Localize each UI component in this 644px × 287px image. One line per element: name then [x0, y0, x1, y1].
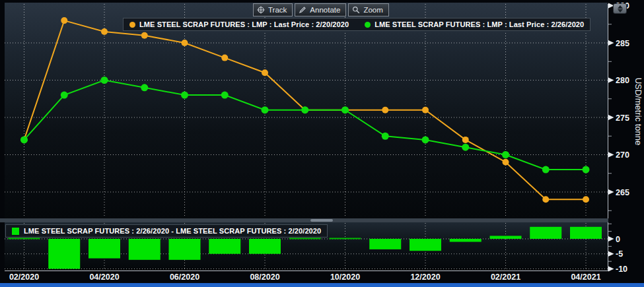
- green-series-point: [301, 106, 308, 113]
- spread-bar: [129, 239, 161, 260]
- y-axis-tick-label: -5: [616, 249, 623, 259]
- spread-bar: [490, 236, 522, 239]
- y-axis-tick-arrow: [608, 251, 614, 257]
- y-axis-tick-label: 275: [616, 113, 629, 123]
- green-series-point: [502, 151, 509, 158]
- green-bar-swatch-icon: [12, 228, 19, 235]
- x-axis-tick-label: 08/2020: [250, 272, 279, 282]
- legend-label: LME STEEL SCRAP FUTURES : LMP : Last Pri…: [139, 20, 349, 28]
- green-series-point: [382, 133, 389, 140]
- main-chart-legend: LME STEEL SCRAP FUTURES : LMP : Last Pri…: [123, 18, 590, 31]
- green-series-point: [221, 92, 229, 99]
- pencil-icon: [299, 6, 306, 14]
- orange-series-point: [182, 40, 188, 46]
- green-series-point: [422, 136, 429, 143]
- y-axis-tick-arrow: [608, 267, 614, 272]
- x-axis-tick-label: 12/2020: [410, 272, 440, 282]
- orange-series-point: [141, 32, 148, 39]
- spread-bar: [450, 239, 482, 242]
- chart-toolbar: Track Annotate Zoom: [253, 3, 389, 16]
- annotate-button-label: Annotate: [310, 6, 340, 14]
- orange-series-point: [542, 196, 549, 203]
- orange-series-dot-icon: [129, 22, 135, 28]
- y-axis-tick-arrow: [608, 115, 614, 120]
- chevron-down-icon: [618, 9, 623, 13]
- chevron-up-icon: [618, 5, 623, 9]
- legend-label: LME STEEL SCRAP FUTURES : LMP : Last Pri…: [375, 20, 584, 28]
- y-axis-tick-arrow: [608, 40, 614, 46]
- spread-bar: [530, 227, 561, 239]
- y-axis-tick-label: 265: [616, 188, 629, 197]
- orange-series-point: [61, 17, 67, 24]
- bottom-window-edge: [0, 283, 644, 287]
- magnifier-icon: [352, 6, 360, 14]
- green-series-point: [262, 106, 269, 113]
- y-axis-tick-label: -10: [616, 265, 627, 274]
- x-axis-tick-label: 04/2020: [89, 272, 119, 282]
- zoom-button-label: Zoom: [363, 6, 382, 14]
- orange-series-point: [382, 107, 388, 113]
- y-axis-tick-label: 280: [616, 76, 629, 85]
- spread-bar: [209, 239, 240, 254]
- spread-panel-legend[interactable]: LME STEEL SCRAP FUTURES : 2/26/2020 - LM…: [5, 224, 328, 238]
- orange-series-point: [583, 196, 589, 203]
- track-crosshair-icon: [257, 6, 265, 14]
- green-series-point: [20, 136, 28, 143]
- y-axis-tick-arrow: [608, 152, 614, 158]
- orange-series-point: [101, 28, 108, 35]
- y-axis-tick-arrow: [608, 236, 614, 241]
- green-series-point: [462, 144, 469, 151]
- orange-series-point: [221, 55, 228, 61]
- y-axis-tick-label: 270: [616, 150, 629, 160]
- zoom-button[interactable]: Zoom: [348, 3, 388, 16]
- orange-series-point: [262, 69, 268, 76]
- spread-bar: [48, 239, 80, 269]
- x-axis-tick-label: 04/2021: [571, 272, 600, 282]
- y-axis-unit-label: USD/metric tonne: [633, 78, 643, 146]
- legend-label: LME STEEL SCRAP FUTURES : 2/26/2020 - LM…: [24, 227, 321, 235]
- track-button-label: Track: [268, 6, 287, 14]
- green-series-point: [542, 166, 550, 174]
- x-axis-tick-label: 02/2020: [9, 272, 39, 282]
- y-axis-tick-arrow: [608, 78, 614, 83]
- x-axis-tick-label: 02/2021: [491, 272, 520, 282]
- chart-window: 2902852802752702650-5-10USD/metric tonne…: [0, 0, 644, 287]
- spread-bar: [410, 239, 441, 251]
- spread-bar: [570, 227, 602, 239]
- y-axis-tick-label: 285: [616, 39, 629, 48]
- green-series-point: [61, 92, 68, 99]
- spread-bar: [369, 239, 401, 249]
- green-series-point: [181, 92, 188, 99]
- green-series-point: [101, 77, 108, 84]
- x-axis-tick-label: 06/2020: [170, 272, 199, 282]
- green-series-dot-icon: [365, 22, 371, 28]
- y-axis-tick-arrow: [608, 189, 614, 195]
- price-chart-canvas[interactable]: 2902852802752702650-5-10USD/metric tonne…: [0, 0, 644, 287]
- orange-series-point: [462, 137, 469, 143]
- x-axis-tick-label: 10/2020: [330, 272, 360, 282]
- annotate-button[interactable]: Annotate: [295, 3, 346, 16]
- orange-series-point: [422, 107, 429, 113]
- panel-divider-handle[interactable]: [310, 219, 333, 222]
- spread-bar: [89, 239, 120, 259]
- green-series-point: [141, 84, 148, 91]
- y-axis-tick-label: 0: [616, 235, 620, 244]
- green-series-point: [583, 166, 590, 174]
- orange-series-point: [503, 159, 509, 166]
- green-series-point: [341, 106, 349, 113]
- spread-bar: [249, 239, 281, 254]
- panel-resize-button[interactable]: [613, 3, 627, 14]
- legend-entry-price-2-20-2020[interactable]: LME STEEL SCRAP FUTURES : LMP : Last Pri…: [129, 20, 349, 28]
- track-button[interactable]: Track: [253, 3, 293, 16]
- legend-entry-price-2-26-2020[interactable]: LME STEEL SCRAP FUTURES : LMP : Last Pri…: [365, 20, 584, 28]
- spread-bar: [169, 239, 201, 260]
- panel-divider: [0, 218, 608, 222]
